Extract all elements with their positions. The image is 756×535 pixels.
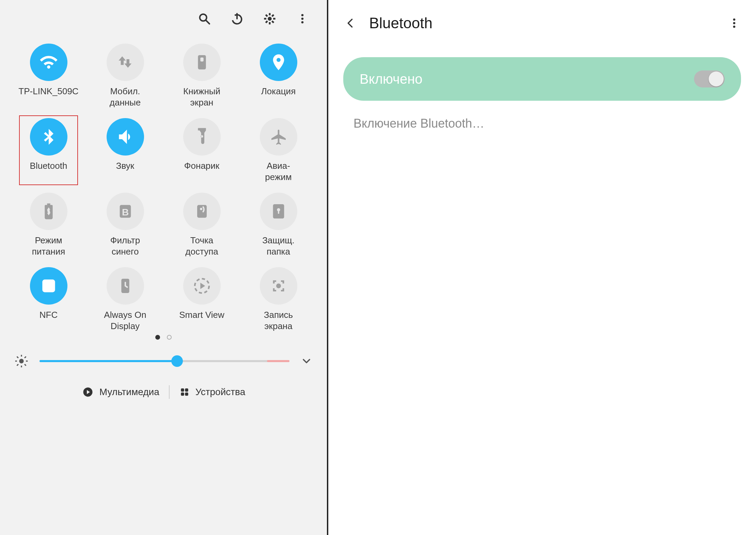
media-button[interactable]: Мультимедиа [82, 386, 159, 398]
qs-tile-label: Звук [116, 160, 134, 182]
blue-light-icon[interactable] [107, 193, 144, 230]
toggle-label: Включено [360, 71, 423, 87]
qs-tile-label: Защищ. папка [262, 235, 295, 257]
qs-tile-label: Авиа- режим [265, 160, 292, 182]
qs-tile-airplane[interactable]: Авиа- режим [240, 118, 317, 182]
qs-tile-label: Фонарик [184, 160, 219, 182]
gear-icon[interactable] [262, 11, 278, 27]
qs-tile-screen-record[interactable]: Запись экрана [240, 267, 317, 331]
qs-tile-label: Мобил. данные [110, 86, 141, 108]
bluetooth-switch[interactable] [694, 70, 725, 87]
page-dot [155, 335, 160, 340]
nfc-icon[interactable] [30, 267, 67, 305]
qs-tile-label: Bluetooth [30, 160, 67, 182]
qs-tile-label: Книжный экран [183, 86, 220, 108]
qs-tile-bluetooth[interactable]: Bluetooth [10, 118, 87, 182]
qs-tile-nfc[interactable]: NFC [10, 267, 87, 331]
qs-tile-location[interactable]: Локация [240, 44, 317, 108]
back-icon[interactable] [343, 16, 357, 30]
grid-icon [179, 387, 190, 398]
qs-tile-label: TP-LINK_509C [18, 86, 78, 108]
brightness-icon [14, 353, 29, 369]
bluetooth-icon[interactable] [30, 118, 67, 156]
smart-view-icon[interactable] [183, 267, 221, 305]
bluetooth-header: Bluetooth [343, 10, 741, 37]
chevron-down-icon[interactable] [300, 354, 313, 368]
secure-folder-icon[interactable] [260, 193, 297, 230]
mobile-data-icon[interactable] [107, 44, 144, 81]
qs-tile-sound[interactable]: Звук [87, 118, 163, 182]
devices-label: Устройства [195, 387, 245, 398]
qs-tile-label: Smart View [179, 309, 224, 331]
qs-tile-aod[interactable]: Always On Display [87, 267, 163, 331]
power-icon[interactable] [229, 11, 245, 27]
qs-tile-secure-folder[interactable]: Защищ. папка [240, 193, 317, 257]
devices-button[interactable]: Устройства [179, 387, 245, 398]
quick-settings-header [10, 0, 317, 37]
quick-settings-grid: TP-LINK_509CМобил. данныеКнижный экранЛо… [10, 44, 317, 331]
qs-tile-book-screen[interactable]: Книжный экран [163, 44, 240, 108]
search-icon[interactable] [196, 11, 212, 27]
page-dot [167, 335, 172, 340]
screen-record-icon[interactable] [260, 267, 297, 305]
sound-icon[interactable] [107, 118, 144, 156]
book-screen-icon[interactable] [183, 44, 221, 81]
separator [169, 385, 170, 399]
hotspot-icon[interactable] [183, 193, 221, 230]
battery-saver-icon[interactable] [30, 193, 67, 230]
brightness-row [10, 353, 317, 369]
qs-tile-label: Always On Display [104, 309, 146, 331]
qs-tile-label: NFC [40, 309, 58, 331]
qs-tile-smart-view[interactable]: Smart View [163, 267, 240, 331]
bluetooth-settings-panel: Bluetooth Включено Включение Bluetooth… [328, 0, 756, 535]
aod-icon[interactable] [107, 267, 144, 305]
qs-tile-wifi[interactable]: TP-LINK_509C [10, 44, 87, 108]
qs-tile-label: Запись экрана [264, 309, 293, 331]
more-icon[interactable] [727, 16, 741, 30]
wifi-icon[interactable] [30, 44, 67, 81]
qs-tile-battery-saver[interactable]: Режим питания [10, 193, 87, 257]
qs-tile-label: Фильтр синего [110, 235, 140, 257]
qs-tile-label: Режим питания [32, 235, 65, 257]
flashlight-icon[interactable] [183, 118, 221, 156]
bluetooth-status-text: Включение Bluetooth… [353, 116, 741, 131]
airplane-icon[interactable] [260, 118, 297, 156]
qs-tile-hotspot[interactable]: Точка доступа [163, 193, 240, 257]
page-indicator [10, 335, 317, 340]
media-label: Мультимедиа [99, 387, 159, 398]
more-icon[interactable] [294, 11, 311, 27]
qs-tile-blue-light[interactable]: Фильтр синего [87, 193, 163, 257]
location-icon[interactable] [260, 44, 297, 81]
qs-tile-label: Локация [261, 86, 296, 108]
quick-settings-panel: TP-LINK_509CМобил. данныеКнижный экранЛо… [0, 0, 327, 535]
qs-tile-mobile-data[interactable]: Мобил. данные [87, 44, 163, 108]
qs-tile-flashlight[interactable]: Фонарик [163, 118, 240, 182]
quick-settings-footer: Мультимедиа Устройства [10, 385, 317, 399]
bluetooth-toggle-row[interactable]: Включено [343, 57, 741, 101]
brightness-slider[interactable] [40, 354, 289, 368]
page-title: Bluetooth [369, 15, 715, 32]
play-circle-icon [82, 386, 94, 398]
qs-tile-label: Точка доступа [185, 235, 218, 257]
